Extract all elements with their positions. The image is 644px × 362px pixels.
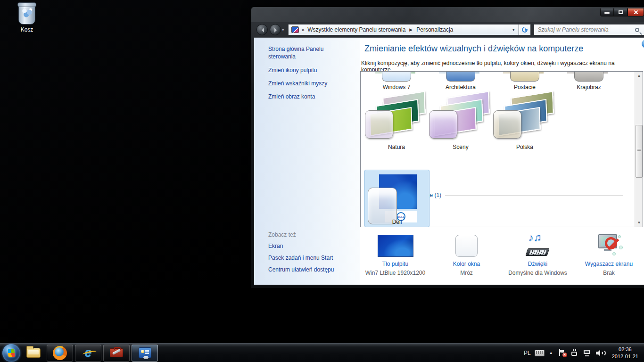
scroll-up-button[interactable]: ▲ [635, 72, 643, 80]
desktop-background-icon[interactable] [378, 235, 413, 257]
search-icon[interactable] [635, 28, 639, 32]
back-icon [259, 28, 264, 33]
address-bar[interactable]: « Wszystkie elementy Panelu sterowania ▶… [288, 24, 519, 35]
clock-time: 02:36 [612, 346, 638, 353]
window-color-value: Mróz [431, 270, 502, 276]
window-color-link[interactable]: Kolor okna [431, 261, 502, 267]
maximize-icon [619, 10, 623, 14]
network-icon[interactable] [583, 349, 591, 356]
none-prohibited-icon [605, 237, 617, 249]
navigation-bar: ▾ « Wszystkie elementy Panelu sterowania… [251, 22, 644, 37]
clock-date: 2012-01-21 [612, 353, 638, 360]
minimize-icon [604, 12, 610, 14]
forward-button[interactable] [270, 24, 281, 35]
firefox-icon [53, 346, 67, 360]
taskbar-clock[interactable]: 02:36 2012-01-21 [612, 346, 638, 360]
sidebar-item-change-mouse-pointers[interactable]: Zmień wskaźniki myszy [254, 80, 360, 87]
theme-label: Sceny [429, 144, 493, 150]
address-dropdown-icon[interactable]: ▾ [512, 27, 515, 32]
recycle-bin-icon [18, 4, 35, 25]
show-hidden-icons-button[interactable]: ▲ [549, 351, 553, 355]
sidebar: Strona główna Panelu sterowania Zmień ik… [254, 38, 360, 285]
breadcrumb-root[interactable]: Wszystkie elementy Panelu sterowania [307, 26, 405, 33]
theme-label: Windows 7 [364, 84, 429, 90]
theme-item[interactable]: Architektura [429, 72, 493, 90]
window-color-icon[interactable] [455, 235, 478, 257]
theme-thumbnail-postacie [510, 72, 539, 82]
theme-item[interactable]: Windows 7 [364, 72, 429, 90]
breadcrumb-arrow-icon: ▶ [409, 27, 413, 32]
back-button[interactable] [256, 24, 268, 35]
theme-label: Krajobraz [557, 84, 621, 90]
theme-item[interactable]: Krajobraz [557, 72, 621, 90]
theme-label: Dell [365, 219, 429, 225]
taskbar-control-panel-button-active[interactable] [132, 345, 158, 362]
action-center-icon[interactable]: ✕ [559, 349, 566, 357]
sidebar-item-ease-of-access[interactable]: Centrum ułatwień dostępu [254, 266, 360, 273]
scrollbar-thumb[interactable] [636, 125, 643, 178]
title-bar[interactable] [251, 7, 644, 22]
theme-item[interactable]: Natura [364, 94, 429, 150]
theme-thumbnail-krajobraz [574, 72, 603, 82]
personalization-window: ▾ « Wszystkie elementy Panelu sterowania… [251, 7, 644, 288]
screensaver-link[interactable]: Wygaszacz ekranu [573, 261, 644, 267]
theme-list-scrollbar[interactable]: ▲ ▼ [635, 72, 643, 227]
refresh-icon [520, 26, 528, 34]
theme-label: Polska [493, 144, 557, 150]
theme-item[interactable]: Polska [493, 94, 557, 150]
toolbox-icon [110, 348, 123, 357]
theme-label: Natura [364, 144, 429, 150]
keyboard-layout-icon[interactable] [535, 350, 545, 356]
sounds-link[interactable]: Dźwięki [502, 261, 573, 267]
theme-settings-row: Tło pulpitu Win7 LtBlue 1920x1200 Kolor … [360, 233, 644, 276]
sidebar-item-change-desktop-icons[interactable]: Zmień ikony pulpitu [254, 67, 360, 74]
taskbar-explorer-button[interactable] [22, 345, 45, 362]
theme-item-dell-selected[interactable]: DELL Dell [364, 170, 429, 227]
theme-label: Architektura [429, 84, 493, 90]
help-icon[interactable]: ? [642, 40, 644, 48]
maximize-button[interactable] [614, 8, 627, 16]
minimize-button[interactable] [600, 8, 614, 16]
recycle-bin-label: Kosz [10, 26, 43, 33]
theme-thumbnail-polska [494, 94, 555, 141]
sidebar-item-display[interactable]: Ekran [254, 243, 360, 249]
sidebar-item-control-panel-home[interactable]: Strona główna Panelu sterowania [254, 45, 339, 60]
breadcrumb-current[interactable]: Personalizacja [416, 26, 453, 33]
theme-item[interactable]: Postacie [493, 72, 557, 90]
taskbar-firefox-button[interactable] [47, 345, 73, 362]
language-indicator[interactable]: PL [524, 350, 531, 356]
taskbar-internet-explorer-button[interactable]: e [75, 345, 101, 362]
theme-thumbnail-architektura [446, 72, 475, 82]
taskbar: e PL ▲ ✕ 02:36 2012-01-21 [0, 343, 644, 362]
taskbar-toolbox-button[interactable] [103, 345, 130, 362]
desktop-background-value: Win7 LtBlue 1920x1200 [360, 270, 431, 276]
screensaver-icon[interactable] [596, 233, 622, 257]
setting-sounds: ♪♫ Dźwięki Domyślne dla Windows [502, 233, 573, 276]
close-button[interactable] [627, 8, 644, 16]
start-button[interactable] [2, 344, 20, 362]
desktop: Kosz ▾ « Wszystkie elementy Panelu stero… [0, 0, 644, 362]
see-also-header: Zobacz też [254, 231, 360, 238]
sidebar-item-change-account-picture[interactable]: Zmień obraz konta [254, 93, 360, 100]
theme-thumbnail-windows7 [382, 72, 411, 82]
setting-window-color: Kolor okna Mróz [431, 233, 502, 276]
theme-list: Windows 7 Architektura Postacie Kra [360, 71, 643, 227]
power-icon[interactable] [571, 349, 578, 356]
internet-explorer-icon: e [84, 346, 91, 360]
refresh-button[interactable] [519, 24, 531, 35]
explorer-folder-icon [26, 348, 41, 358]
volume-icon[interactable] [596, 349, 605, 357]
theme-item[interactable]: Sceny [429, 94, 493, 150]
recycle-bin[interactable]: Kosz [10, 4, 43, 33]
page-title: Zmienianie efektów wizualnych i dźwięków… [364, 44, 583, 54]
sidebar-item-taskbar-start-menu[interactable]: Pasek zadań i menu Start [254, 255, 360, 261]
system-tray: PL ▲ ✕ 02:36 2012-01-21 [524, 344, 644, 362]
recent-pages-dropdown[interactable]: ▾ [282, 27, 284, 32]
personalization-icon [291, 26, 299, 33]
search-input[interactable] [534, 26, 635, 33]
breadcrumb-overflow[interactable]: « [302, 26, 305, 33]
screensaver-value: Brak [573, 270, 644, 276]
desktop-background-link[interactable]: Tło pulpitu [360, 261, 431, 267]
sounds-icon[interactable]: ♪♫ [526, 233, 550, 257]
scroll-down-button[interactable]: ▼ [635, 219, 643, 227]
